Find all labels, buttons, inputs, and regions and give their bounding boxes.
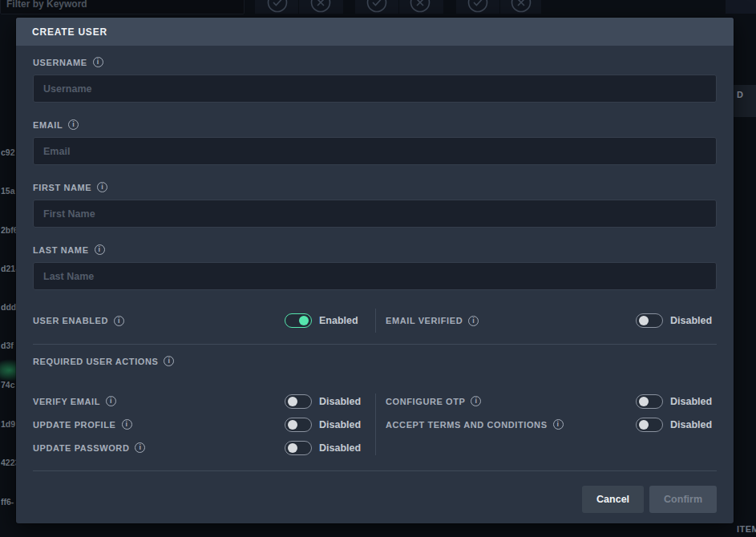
update-profile-label-text: UPDATE PROFILE [33, 420, 116, 430]
info-icon[interactable] [553, 419, 564, 430]
configure-otp-row: CONFIGURE OTP Disabled [386, 394, 717, 409]
required-user-actions-label: REQUIRED USER ACTIONS [33, 356, 717, 366]
email-verified-state: Disabled [670, 315, 717, 326]
modal-header: CREATE USER [16, 18, 734, 46]
username-label: USERNAME [33, 57, 717, 67]
info-icon[interactable] [135, 442, 145, 453]
confirm-button[interactable]: Confirm [649, 486, 717, 513]
email-verified-row: EMAIL VERIFIED Disabled [386, 309, 717, 333]
update-profile-state: Disabled [319, 419, 366, 430]
last-name-input[interactable] [33, 262, 717, 290]
username-label-text: USERNAME [33, 58, 87, 67]
toggle-knob [288, 443, 297, 453]
info-icon[interactable] [471, 396, 481, 406]
user-enabled-row: USER ENABLED Enabled [33, 309, 366, 333]
column-header-fragment: D [737, 90, 743, 99]
email-verified-toggle[interactable] [636, 313, 663, 328]
user-enabled-toggle[interactable] [285, 313, 312, 328]
divider [398, 0, 399, 14]
update-profile-label: UPDATE PROFILE [33, 419, 132, 430]
info-icon[interactable] [95, 244, 105, 255]
accept-terms-row: ACCEPT TERMS AND CONDITIONS Disabled [386, 417, 717, 432]
accept-terms-label: ACCEPT TERMS AND CONDITIONS [386, 419, 564, 430]
check-circle-icon[interactable] [467, 0, 488, 13]
first-name-input[interactable] [33, 200, 717, 228]
configure-otp-toggle[interactable] [636, 394, 663, 409]
filter-keyword-input[interactable] [0, 0, 245, 14]
accept-terms-toggle[interactable] [636, 418, 663, 432]
update-password-toggle[interactable] [285, 441, 312, 455]
divider [33, 344, 717, 345]
modal-footer: Cancel Confirm [33, 470, 717, 513]
update-password-label: UPDATE PASSWORD [33, 442, 145, 453]
configure-otp-state: Disabled [670, 396, 717, 407]
required-user-actions-label-text: REQUIRED USER ACTIONS [33, 357, 158, 366]
email-verified-label: EMAIL VERIFIED [386, 316, 479, 326]
x-circle-icon[interactable] [310, 0, 331, 13]
configure-otp-label-text: CONFIGURE OTP [386, 397, 465, 406]
info-icon[interactable] [68, 119, 79, 130]
update-password-row: UPDATE PASSWORD Disabled [33, 440, 366, 455]
info-icon[interactable] [114, 316, 124, 326]
verify-email-toggle[interactable] [285, 394, 312, 409]
background-panel [726, 0, 756, 14]
last-name-label: LAST NAME [33, 244, 717, 255]
verify-email-label-text: VERIFY EMAIL [33, 397, 100, 406]
email-label: EMAIL [33, 119, 717, 130]
info-icon[interactable] [93, 57, 103, 67]
divider [499, 0, 500, 14]
check-circle-icon[interactable] [366, 0, 387, 13]
email-verified-label-text: EMAIL VERIFIED [386, 316, 463, 325]
email-input[interactable] [33, 137, 717, 165]
update-profile-toggle[interactable] [285, 418, 312, 432]
info-icon[interactable] [106, 396, 116, 406]
verify-email-label: VERIFY EMAIL [33, 396, 116, 406]
first-name-label-text: FIRST NAME [33, 183, 91, 192]
modal-title: CREATE USER [32, 26, 107, 38]
info-icon[interactable] [468, 316, 479, 326]
x-circle-icon[interactable] [511, 0, 532, 13]
toggle-knob [639, 316, 649, 325]
create-user-modal: CREATE USER USERNAME EMAIL FIRST NAME LA… [16, 18, 734, 523]
user-enabled-state: Enabled [319, 315, 366, 326]
toggle-knob [299, 316, 309, 325]
info-icon[interactable] [164, 356, 174, 366]
last-name-label-text: LAST NAME [33, 245, 89, 255]
account-toggles-row: USER ENABLED Enabled EMAIL VERIFIED Disa… [33, 309, 717, 333]
info-icon[interactable] [97, 182, 107, 192]
toggle-knob [639, 420, 649, 430]
update-profile-row: UPDATE PROFILE Disabled [33, 417, 366, 432]
items-per-page-fragment: ITEM [737, 524, 756, 534]
check-circle-icon[interactable] [267, 0, 288, 13]
background-column-header: D [734, 85, 756, 117]
modal-body: USERNAME EMAIL FIRST NAME LAST NAME USER… [16, 57, 734, 523]
required-actions-grid: VERIFY EMAIL Disabled UPDATE PROFILE Dis… [33, 394, 717, 455]
toggle-knob [288, 397, 297, 406]
user-enabled-label-text: USER ENABLED [33, 316, 108, 325]
accept-terms-label-text: ACCEPT TERMS AND CONDITIONS [386, 420, 548, 430]
info-icon[interactable] [122, 419, 132, 430]
update-password-state: Disabled [319, 442, 366, 454]
verify-email-row: VERIFY EMAIL Disabled [33, 394, 366, 409]
x-circle-icon[interactable] [410, 0, 431, 13]
email-label-text: EMAIL [33, 120, 63, 130]
accept-terms-state: Disabled [670, 419, 717, 430]
update-password-label-text: UPDATE PASSWORD [33, 443, 129, 453]
divider [298, 0, 299, 14]
user-enabled-label: USER ENABLED [33, 316, 124, 326]
first-name-label: FIRST NAME [33, 182, 717, 192]
configure-otp-label: CONFIGURE OTP [386, 396, 481, 406]
username-input[interactable] [33, 75, 717, 103]
verify-email-state: Disabled [319, 396, 366, 407]
toggle-knob [288, 420, 297, 430]
cancel-button[interactable]: Cancel [582, 486, 644, 513]
toggle-knob [639, 397, 649, 406]
